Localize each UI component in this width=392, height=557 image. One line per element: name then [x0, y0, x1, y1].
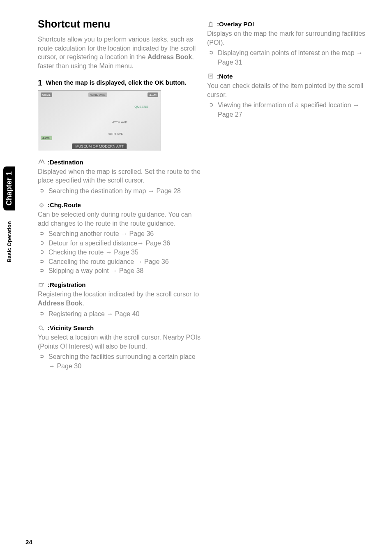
vicinity-icon — [38, 324, 45, 331]
left-column: Shortcut menu Shortcuts allow you to per… — [38, 18, 202, 371]
svg-rect-3 — [210, 23, 212, 26]
page-number: 24 — [25, 539, 32, 545]
map-street-top: 43RD AVE — [88, 92, 107, 97]
ref-item: Searching another route → Page 36 — [38, 229, 202, 238]
map-scale: 3.1M — [148, 92, 158, 97]
step-instruction: When the map is displayed, click the OK … — [46, 79, 187, 87]
feature-note-heading: :Note — [207, 73, 371, 80]
ref-item: Skipping a way point → Page 38 — [38, 266, 202, 275]
note-icon — [207, 73, 214, 79]
feature-vicinity-label: :Vicinity Search — [48, 324, 94, 331]
feature-destination-label: :Destination — [48, 159, 83, 166]
ref-item: Canceling the route guidance → Page 36 — [38, 257, 202, 266]
feature-registration-label: :Registration — [48, 281, 86, 288]
feature-registration-desc: Registering the location indicated by th… — [38, 290, 202, 307]
right-column: :Overlay POI Displays on the map the mar… — [207, 21, 371, 119]
feature-destination-desc: Displayed when the map is scrolled. Set … — [38, 167, 202, 185]
map-time: 05:31 — [41, 92, 52, 97]
feature-vicinity-refs: Searching the facilities surrounding a c… — [38, 352, 202, 371]
feature-registration-desc-pre: Registering the location indicated by th… — [38, 291, 199, 298]
ref-item: Checking the route → Page 35 — [38, 248, 202, 257]
feature-chgroute-refs: Searching another route → Page 36 Detour… — [38, 229, 202, 275]
feature-note-desc: You can check details of the item pointe… — [207, 81, 371, 99]
ref-item: Displaying certain points of interest on… — [207, 49, 371, 67]
step-number: 1 — [38, 79, 42, 87]
intro-paragraph: Shortcuts allow you to perform various t… — [38, 35, 202, 70]
feature-destination-heading: :Destination — [38, 159, 202, 166]
ref-item: Viewing the information of a specified l… — [207, 101, 371, 119]
map-area: QUEENS — [134, 105, 148, 109]
step-1: 1 When the map is displayed, click the O… — [38, 79, 202, 87]
feature-registration-desc-post: . — [82, 300, 84, 307]
ref-item: Searching the facilities surrounding a c… — [38, 352, 202, 371]
overlaypoi-icon — [207, 21, 214, 28]
svg-line-2 — [42, 329, 44, 330]
svg-point-4 — [210, 21, 212, 23]
feature-chgroute-heading: :Chg.Route — [38, 201, 202, 208]
feature-chgroute-label: :Chg.Route — [48, 201, 81, 208]
feature-vicinity-heading: :Vicinity Search — [38, 324, 202, 331]
ref-item: Searching the destination by map → Page … — [38, 187, 202, 196]
feature-note-label: :Note — [217, 73, 233, 80]
feature-registration-refs: Registering a place → Page 40 — [38, 310, 202, 319]
chapter-tab: Chapter 1 — [3, 166, 15, 210]
feature-overlaypoi-heading: :Overlay POI — [207, 21, 371, 28]
svg-point-1 — [39, 326, 42, 329]
feature-overlaypoi-refs: Displaying certain points of interest on… — [207, 49, 371, 67]
feature-vicinity-desc: You select a location with the scroll cu… — [38, 333, 202, 351]
ref-item: Detour for a specified distance→ Page 36 — [38, 239, 202, 248]
page-title: Shortcut menu — [38, 18, 202, 30]
destination-icon — [38, 159, 45, 165]
ref-item: Registering a place → Page 40 — [38, 310, 202, 319]
feature-chgroute-desc: Can be selected only during route guidan… — [38, 210, 202, 228]
map-banner: MUSEUM OF MODERN ART — [72, 143, 127, 149]
feature-destination-refs: Searching the destination by map → Page … — [38, 187, 202, 196]
feature-registration-desc-bold: Address Book — [38, 300, 82, 307]
chgroute-icon — [38, 202, 45, 208]
feature-overlaypoi-desc: Displays on the map the mark for surroun… — [207, 29, 371, 47]
map-street-mid: 47TH AVE — [112, 120, 127, 124]
feature-registration-heading: :Registration — [38, 281, 202, 288]
intro-text-bold: Address Book — [148, 53, 192, 60]
map-screenshot: 05:31 43RD AVE 3.1M QUEENS 47TH AVE 48TH… — [38, 90, 161, 151]
feature-note-refs: Viewing the information of a specified l… — [207, 101, 371, 119]
map-distance: 4.2mi — [41, 136, 52, 140]
section-label: Basic Operation — [6, 221, 12, 262]
feature-overlaypoi-label: :Overlay POI — [217, 21, 254, 28]
map-street-low: 48TH AVE — [108, 132, 123, 136]
registration-icon — [38, 282, 45, 288]
map-overlay: 05:31 43RD AVE 3.1M QUEENS 47TH AVE 48TH… — [38, 91, 161, 151]
